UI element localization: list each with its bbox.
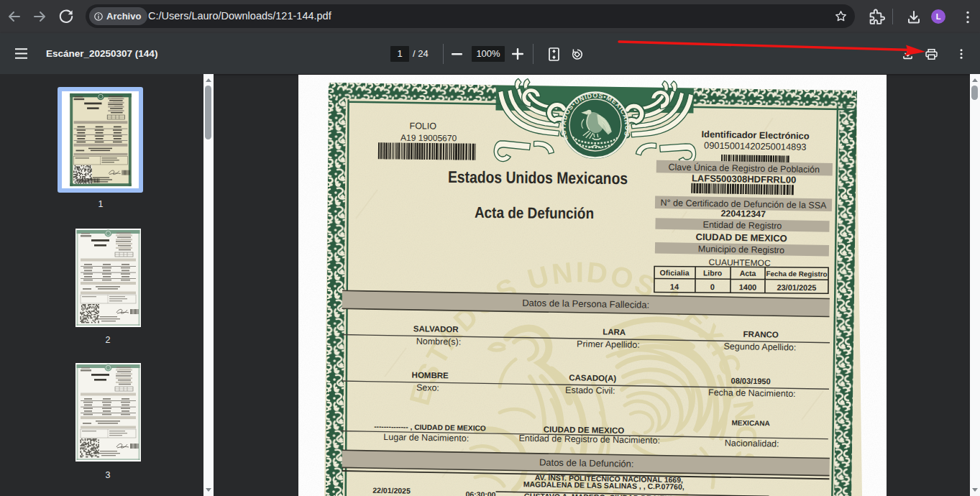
svg-text:Datos de la Defunción:: Datos de la Defunción: [539,457,634,469]
svg-text:22/01/2025: 22/01/2025 [372,486,411,495]
svg-text:Acta de Defunción: Acta de Defunción [475,204,594,222]
svg-text:Primer Apellido:: Primer Apellido: [577,339,640,349]
svg-text:Estados Unidos Mexicanos: Estados Unidos Mexicanos [448,167,628,188]
svg-text:1400: 1400 [739,283,757,291]
svg-text:Sexo:: Sexo: [416,382,439,393]
svg-text:CIUDAD DE MEXICO: CIUDAD DE MEXICO [696,231,787,244]
svg-text:14: 14 [670,283,679,291]
svg-text:Lugar de Nacimiento:: Lugar de Nacimiento: [383,432,469,444]
svg-text:06:30:00: 06:30:00 [465,490,495,496]
svg-text:Estado Civil:: Estado Civil: [565,385,615,396]
svg-text:FRANCO: FRANCO [743,330,779,339]
svg-text:Libro: Libro [703,268,722,277]
svg-text:08/03/1950: 08/03/1950 [731,376,771,385]
svg-text:Datos de la Persona Fallecida:: Datos de la Persona Fallecida: [522,298,649,311]
svg-text:0: 0 [710,283,715,291]
svg-text:220412347: 220412347 [720,208,766,219]
svg-text:Oficialia: Oficialia [660,268,690,277]
svg-text:MEXICANA: MEXICANA [731,418,770,427]
svg-text:Fecha de Registro: Fecha de Registro [766,270,828,278]
svg-text:09015001420250014893: 09015001420250014893 [704,140,807,152]
svg-text:Nombre(s):: Nombre(s): [416,336,462,347]
svg-text:LAFS500308HDFRRL00: LAFS500308HDFRRL00 [692,173,796,185]
svg-text:Nacionalidad:: Nacionalidad: [725,438,779,449]
svg-text:HOMBRE: HOMBRE [412,371,449,380]
svg-text:CASADO(A): CASADO(A) [569,373,616,382]
svg-text:Municipio de Registro: Municipio de Registro [698,244,784,255]
svg-text:SALVADOR: SALVADOR [413,324,459,334]
svg-text:Segundo Apellido:: Segundo Apellido: [723,341,796,353]
svg-text:Entidad de Registro: Entidad de Registro [703,220,782,231]
svg-text:Identificador Electrónico: Identificador Electrónico [701,129,809,141]
svg-text:A19 19005670: A19 19005670 [400,133,457,144]
svg-text:Fecha de Nacimiento:: Fecha de Nacimiento: [708,387,796,399]
svg-text:Acta: Acta [740,269,756,277]
svg-text:FOLIO: FOLIO [409,121,436,131]
svg-text:LARA: LARA [603,328,626,337]
svg-text:23/01/2025: 23/01/2025 [777,283,816,292]
